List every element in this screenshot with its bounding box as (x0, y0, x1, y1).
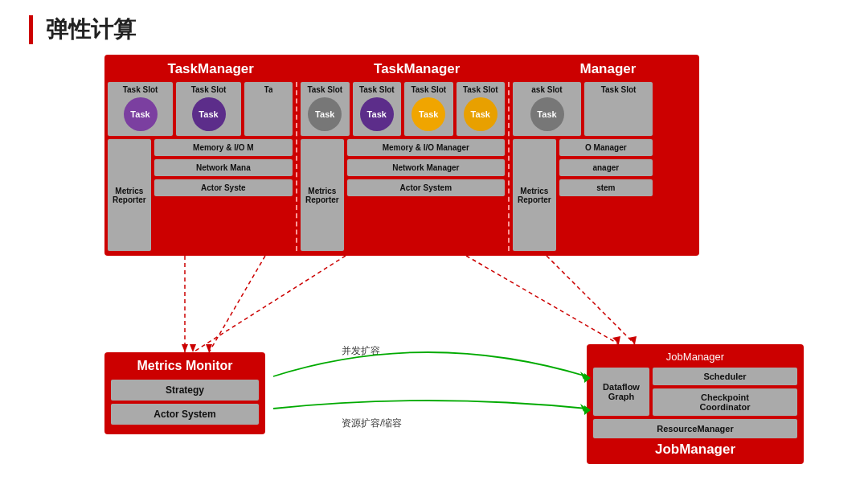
svg-marker-3 (182, 344, 188, 352)
svg-line-1 (209, 256, 265, 352)
tm2-task-4: Task (464, 97, 497, 131)
tm1-task-1: Task (124, 97, 158, 131)
tm2-network: Network Manager (347, 159, 505, 176)
metrics-monitor-title: Metrics Monitor (111, 359, 259, 373)
tm1-info-stack: Memory & I/O M Network Mana Actor Syste (154, 139, 293, 251)
tm1-label: TaskManager (168, 61, 254, 77)
tm2-slots-row: Task Slot Task Task Slot Task Task Slot … (301, 82, 505, 136)
diagram-area: TaskManager TaskManager Manager Task Slo… (24, 55, 844, 473)
svg-marker-10 (580, 372, 587, 380)
tm1-slot-1: Task Slot Task (108, 82, 173, 136)
jm-resource: ResourceManager (593, 419, 797, 438)
tm2-slot-1: Task Slot Task (301, 82, 350, 136)
jm-inner: Dataflow Graph Scheduler Checkpoint Coor… (593, 368, 797, 416)
tm1-slot-2: Task Slot Task (176, 82, 241, 136)
tm-header: TaskManager TaskManager Manager (108, 58, 696, 82)
tm3-memory: O Manager (559, 139, 653, 156)
title-bar: 弹性计算 (0, 0, 868, 53)
jm-bottom-label: JobManager (593, 442, 797, 458)
tm3-slot-1: ask Slot Task (513, 82, 581, 136)
jm-right: Scheduler Checkpoint Coordinator (653, 368, 797, 416)
tm2-metrics: Metrics Reporter (301, 139, 344, 251)
svg-line-2 (193, 256, 346, 352)
tm2-memory: Memory & I/O Manager (347, 139, 505, 156)
tm1-slots-row: Task Slot Task Task Slot Task Ta (108, 82, 293, 136)
tm2-task-3: Task (411, 97, 445, 131)
tm2-info-stack: Memory & I/O Manager Network Manager Act… (347, 139, 505, 251)
tm3-slots-row: ask Slot Task Task Slot (513, 82, 653, 136)
tm3-metrics: Metrics Reporter (513, 139, 556, 251)
tm1-memory: Memory & I/O M (154, 139, 293, 156)
jm-dataflow: Dataflow Graph (593, 368, 649, 416)
jm-scheduler: Scheduler (653, 368, 797, 385)
svg-marker-8 (612, 336, 620, 344)
jm-checkpoint: Checkpoint Coordinator (653, 388, 797, 416)
tm2-slot-4: Task Slot Task (457, 82, 506, 136)
svg-marker-5 (190, 344, 196, 352)
jm-top-label: JobManager (593, 351, 797, 363)
tm-panel-2: Task Slot Task Task Slot Task Task Slot … (296, 82, 505, 251)
tm2-bottom: Metrics Reporter Memory & I/O Manager Ne… (301, 139, 505, 251)
tm1-actor: Actor Syste (154, 179, 293, 196)
tm2-label: TaskManager (374, 61, 460, 77)
tm3-network: anager (559, 159, 653, 176)
tm1-network: Network Mana (154, 159, 293, 176)
tm-panel-3: ask Slot Task Task Slot Metrics Reporter… (508, 82, 653, 251)
svg-line-7 (547, 256, 635, 344)
tm1-slot-3: Ta (244, 82, 293, 136)
arrow-label-resource: 资源扩容/缩容 (342, 417, 402, 430)
tm3-actor: stem (559, 179, 653, 196)
strategy-box: Strategy (111, 380, 259, 401)
tm2-slot-3: Task Slot Task (404, 82, 453, 136)
tm3-slot-2: Task Slot (584, 82, 653, 136)
page-title: 弹性计算 (46, 14, 136, 45)
svg-marker-9 (628, 336, 637, 344)
actor-system-box: Actor System (111, 404, 259, 425)
tm1-bottom: Metrics Reporter Memory & I/O M Network … (108, 139, 293, 251)
svg-marker-11 (580, 404, 587, 412)
tm1-metrics: Metrics Reporter (108, 139, 151, 251)
job-manager: JobManager Dataflow Graph Scheduler Chec… (587, 344, 804, 464)
tm3-label: Manager (580, 61, 637, 77)
taskmanager-container: TaskManager TaskManager Manager Task Slo… (104, 55, 699, 256)
arrow-label-parallel: 并发扩容 (342, 344, 380, 358)
svg-marker-4 (206, 344, 212, 352)
tm2-actor: Actor System (347, 179, 505, 196)
tm2-task-1: Task (308, 97, 342, 131)
tm3-task-1: Task (530, 97, 564, 131)
tm1-task-2: Task (192, 97, 226, 131)
svg-line-6 (466, 256, 619, 344)
tm2-slot-2: Task Slot Task (353, 82, 402, 136)
title-accent (29, 15, 33, 44)
tm-inner: Task Slot Task Task Slot Task Ta Metrics… (108, 82, 696, 251)
tm2-task-2: Task (360, 97, 394, 131)
metrics-monitor: Metrics Monitor Strategy Actor System (104, 352, 265, 434)
tm3-bottom: Metrics Reporter O Manager anager stem (513, 139, 653, 251)
tm-panel-1: Task Slot Task Task Slot Task Ta Metrics… (108, 82, 293, 251)
tm3-info-stack: O Manager anager stem (559, 139, 653, 251)
